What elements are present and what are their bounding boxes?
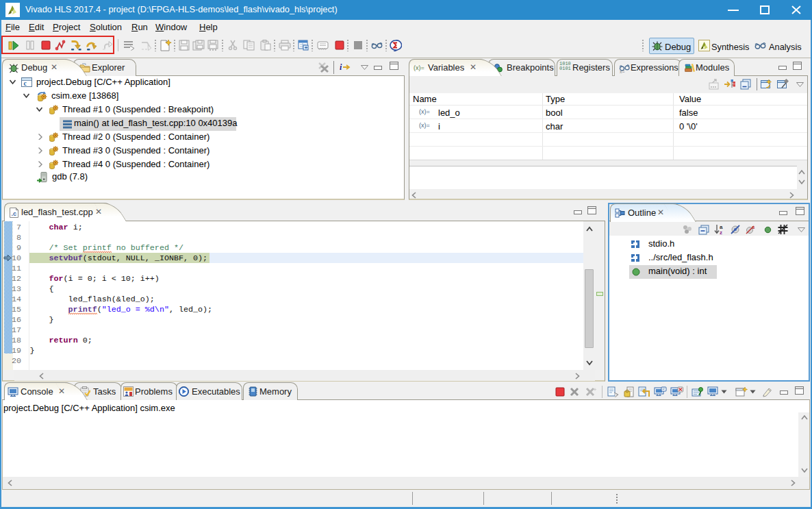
- svg-text:c: c: [24, 79, 27, 87]
- svg-text:z: z: [720, 229, 722, 235]
- svg-text:x=: x=: [620, 69, 625, 73]
- svg-text:i: i: [340, 62, 342, 72]
- svg-text:.c: .c: [12, 210, 17, 217]
